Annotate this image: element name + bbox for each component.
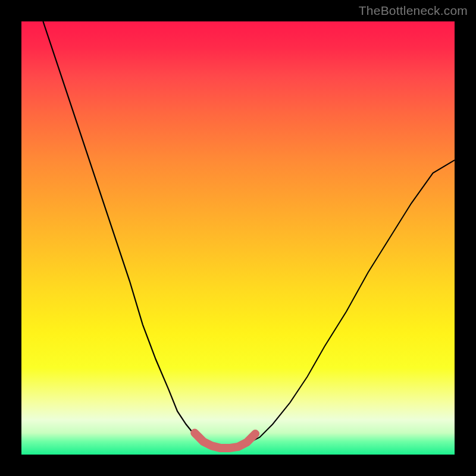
valley-marker xyxy=(243,439,250,446)
watermark-text: TheBottleneck.com xyxy=(359,4,468,18)
valley-marker xyxy=(252,430,259,437)
chart-svg xyxy=(21,21,455,455)
chart-frame: TheBottleneck.com xyxy=(0,0,476,476)
valley-marker xyxy=(191,430,198,437)
valley-marker xyxy=(200,438,207,445)
left-curve xyxy=(43,21,221,448)
right-curve xyxy=(238,160,455,448)
valley-marker xyxy=(234,443,242,450)
plot-area xyxy=(21,21,455,455)
